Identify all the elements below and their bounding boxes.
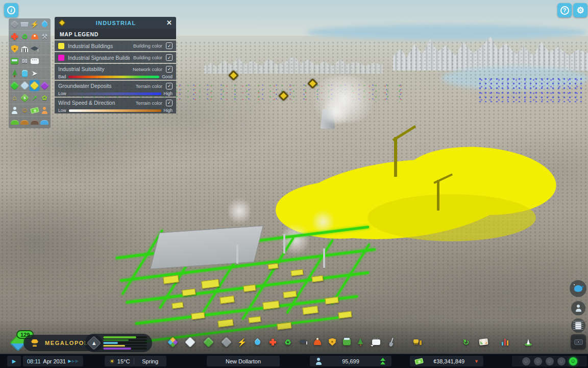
fertile-land-infoview[interactable] [20,117,30,128]
transport-tool[interactable] [339,334,354,350]
city-name-pill[interactable]: New Dollarton [207,356,280,366]
roads-infoview[interactable] [10,19,19,30]
map-tiles-tool[interactable] [476,334,491,350]
maintenance-infoview[interactable]: ⚒ [40,31,50,42]
land-value-infoview[interactable]: $ [20,93,30,103]
happiness-infoview[interactable]: ☺ [20,105,30,116]
districts-tool[interactable] [182,334,198,350]
happiness-level[interactable]: ☺ [546,357,554,365]
bulldozer-tool[interactable] [410,334,425,350]
legend-item: Industrial Signature BuildingsBuilding c… [55,52,176,63]
legend-checkbox[interactable]: ✓ [166,42,173,49]
infoview-panel: ⚡♻⚒★✉➤⌂$↗✿☺ [9,18,51,128]
happiness-pill[interactable]: ☺☺☺☺☺ [512,356,587,366]
communications-tool[interactable] [369,334,384,350]
photo-mode-tool[interactable] [571,334,586,350]
legend-checkbox[interactable]: ✓ [166,54,173,61]
money-pill[interactable]: ¢38,341,849 ▼ [410,356,483,366]
terraforming-tool[interactable] [384,334,399,350]
speed-arrow[interactable]: ▶ [68,359,72,363]
mail-infoview[interactable]: ✉ [20,56,30,66]
education-infoview[interactable] [30,43,39,54]
legend-item: Industrial BuildingsBuilding color✓ [55,40,176,51]
settings-button[interactable]: ⚙ [573,3,587,17]
population-infoview[interactable] [10,105,19,116]
chirper-button[interactable] [570,280,586,297]
legend-item: Groundwater DepositsTerrain color✓LowHig… [55,81,176,97]
transport-infoview[interactable] [10,56,19,66]
monuments-tool[interactable] [521,334,536,350]
scale-min-label: Bad [58,74,66,79]
happiness-level[interactable]: ☺ [557,357,566,365]
happiness-level[interactable]: ☺ [534,357,542,365]
speed-control[interactable]: ▶▶▶ [68,359,79,363]
health-tool[interactable] [265,334,280,350]
economy-infoview[interactable]: ↗ [30,93,39,103]
zoning-tool[interactable] [165,334,180,350]
infoviews-button[interactable]: i [4,3,18,17]
journal-icon [572,319,584,332]
journal-button[interactable] [571,318,585,333]
speed-arrow[interactable]: ▶ [76,359,79,363]
close-icon[interactable]: ✕ [166,19,172,26]
happiness-level-active[interactable]: ☺ [569,357,577,365]
administration-infoview[interactable] [20,43,30,54]
statistics-tool[interactable] [498,334,513,350]
healthcare-infoview[interactable] [10,31,19,42]
water-tank-infoview[interactable] [20,68,30,79]
ore-resources-infoview[interactable] [30,117,39,128]
parks-infoview[interactable] [10,68,19,79]
water-infoview[interactable] [40,19,50,30]
population-up-icon [379,357,387,365]
mining-crane [437,180,439,211]
garbage-infoview[interactable]: ♻ [20,31,30,42]
electricity-tool[interactable]: ⚡ [234,334,250,350]
legend-item: Wind Speed & DirectionTerrain color✓LowH… [55,98,176,113]
industrial-infoview[interactable] [30,80,39,91]
scale-max-label: Good [162,74,173,79]
scale-min-label: Low [58,91,66,96]
tourism-money-infoview[interactable] [30,105,39,116]
legend-checkbox[interactable]: ✓ [166,100,173,106]
landscaping-tool[interactable] [201,334,216,350]
legend-checkbox[interactable]: ✓ [166,83,173,89]
game-viewport[interactable]: i ⚡♻⚒★✉➤⌂$↗✿☺ INDUSTRIAL ✕ MAP LEGEND In… [0,0,588,368]
police-tool[interactable]: ★ [325,334,340,350]
speed-arrow[interactable]: ▶ [72,359,76,363]
electricity-infoview[interactable]: ⚡ [30,19,39,30]
population-pill[interactable]: 95,699 [310,356,391,366]
play-button[interactable]: ▶ [7,356,21,366]
garbage-tool[interactable]: ♻ [280,334,296,350]
help-button[interactable]: ? [557,3,572,17]
zones-infoview[interactable] [10,80,19,91]
bridges-infoview[interactable] [20,19,30,30]
water-tool[interactable] [250,334,265,350]
renew-tool[interactable]: ↻ [458,334,474,350]
forest-resources-infoview[interactable] [10,117,19,128]
routes-infoview[interactable]: ➤ [30,68,39,79]
roads-tool[interactable] [218,334,234,350]
greenery-infoview[interactable]: ✿ [40,93,50,103]
workers-infoview[interactable] [40,105,50,116]
legend-checkbox[interactable]: ✓ [166,66,173,73]
scale-gradient [69,109,161,112]
residential-infoview[interactable]: ⌂ [10,93,19,103]
infoview-row: ✉ [9,55,51,67]
divider [134,358,134,364]
fire-tool[interactable] [310,334,325,350]
parks-tool[interactable] [353,334,368,350]
telecom-infoview[interactable] [30,56,39,66]
oil-resources-infoview[interactable] [40,117,50,128]
scale-gradient [69,93,161,95]
population-value: 95,699 [323,358,379,364]
groundwater-overlay [477,77,582,102]
districts-infoview[interactable] [20,80,30,91]
followed-citizen-button[interactable] [571,301,585,315]
police-infoview[interactable]: ★ [10,43,19,54]
fire-infoview[interactable] [30,31,39,42]
infoview-row: ★ [9,43,51,55]
education-tool[interactable] [296,334,311,350]
legend-title: INDUSTRIAL [65,20,166,26]
office-infoview[interactable] [40,80,50,91]
happiness-level[interactable]: ☺ [522,357,530,365]
